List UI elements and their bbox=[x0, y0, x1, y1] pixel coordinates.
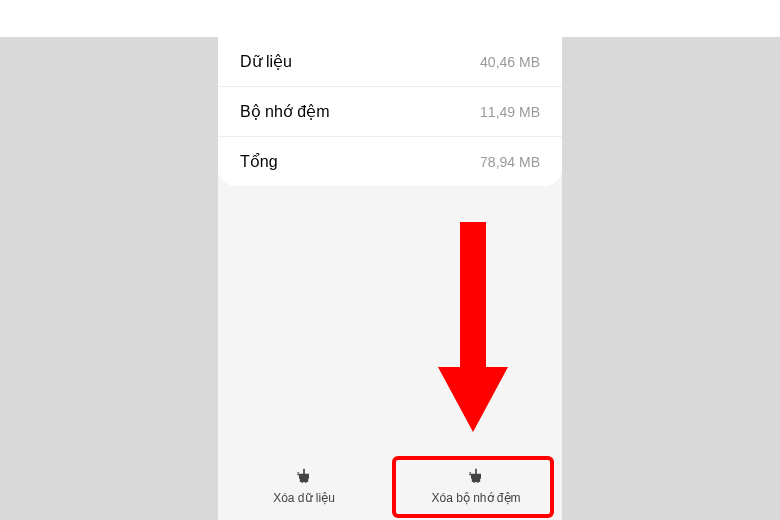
storage-label: Tổng bbox=[240, 152, 278, 171]
background-right bbox=[562, 37, 780, 520]
background-left bbox=[0, 37, 218, 520]
storage-info-card: Dữ liệu 40,46 MB Bộ nhớ đệm 11,49 MB Tổn… bbox=[218, 37, 562, 186]
action-label: Xóa dữ liệu bbox=[273, 491, 335, 505]
storage-row-total[interactable]: Tổng 78,94 MB bbox=[218, 137, 562, 186]
storage-value: 40,46 MB bbox=[480, 54, 540, 70]
svg-rect-0 bbox=[460, 222, 486, 372]
bottom-action-bar: Xóa dữ liệu Xóa bộ nhớ đệm bbox=[218, 452, 562, 520]
storage-row-cache[interactable]: Bộ nhớ đệm 11,49 MB bbox=[218, 87, 562, 137]
clear-cache-button[interactable]: Xóa bộ nhớ đệm bbox=[390, 452, 562, 520]
clear-data-button[interactable]: Xóa dữ liệu bbox=[218, 452, 390, 520]
storage-value: 78,94 MB bbox=[480, 154, 540, 170]
storage-value: 11,49 MB bbox=[480, 104, 540, 120]
brush-icon bbox=[466, 467, 486, 487]
brush-icon bbox=[294, 467, 314, 487]
storage-label: Dữ liệu bbox=[240, 52, 292, 71]
arrow-annotation bbox=[438, 222, 508, 432]
storage-label: Bộ nhớ đệm bbox=[240, 102, 330, 121]
storage-row-data[interactable]: Dữ liệu 40,46 MB bbox=[218, 37, 562, 87]
action-label: Xóa bộ nhớ đệm bbox=[431, 491, 520, 505]
phone-screen: Dữ liệu 40,46 MB Bộ nhớ đệm 11,49 MB Tổn… bbox=[218, 37, 562, 520]
svg-marker-1 bbox=[438, 367, 508, 432]
